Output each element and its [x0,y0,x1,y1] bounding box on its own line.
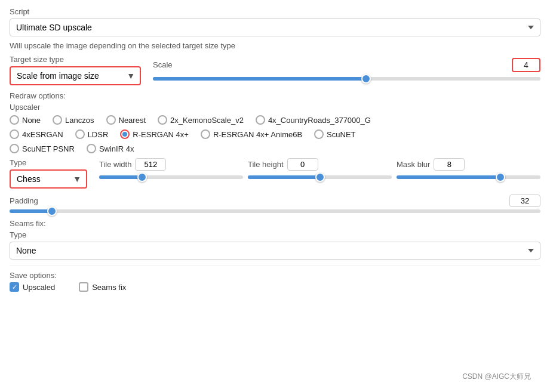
seams-fix-checkbox-box [79,282,88,292]
tile-width-input[interactable] [135,158,166,171]
radio-lanczos-circle [53,115,62,125]
radio-scunet-psnr-circle [10,144,19,153]
upscaler-scunet[interactable]: ScuNET [314,129,355,139]
tile-height-slider-fill [248,175,320,179]
radio-scunet-label: ScuNET [327,130,355,139]
scale-label: Scale [153,60,173,69]
target-size-select[interactable]: Scale from image size [10,66,141,85]
upscaler-none[interactable]: None [10,115,41,125]
mask-blur-header: Mask blur [397,158,540,171]
upscaler-ldsr[interactable]: LDSR [75,129,109,139]
tile-height-slider-thumb[interactable] [315,172,325,182]
mask-blur-input[interactable] [434,158,465,171]
mask-blur-slider-fill [397,175,500,179]
upscaled-checkbox-label: Upscaled [23,283,55,292]
upscaled-checkbox-item[interactable]: ✓ Upscaled [10,282,55,292]
radio-ldsr-circle [75,129,85,139]
padding-slider-fill [10,209,52,213]
upscaler-kemono[interactable]: 2x_KemonoScale_v2 [158,115,244,125]
padding-label: Padding [10,196,38,205]
upscaler-lanczos[interactable]: Lanczos [53,115,94,125]
radio-swinir-label: SwinIR 4x [99,144,134,153]
upscaler-radio-group-3: ScuNET PSNR SwinIR 4x [10,144,540,153]
seams-fix-label: Seams fix: [10,219,540,228]
tile-mask-col: Tile width Tile height Mask blur [99,158,540,181]
controls-row: Type Chess ▼ Tile width Tile height [10,158,540,189]
radio-resrgan4x-anime-circle [201,129,210,139]
radio-none-circle [10,115,19,125]
tile-height-input[interactable] [287,158,318,171]
watermark: CSDN @AIGC大师兄 [462,372,531,382]
type-select[interactable]: Chess [10,169,87,189]
redraw-label: Redraw options: [10,91,540,100]
upscaler-radio-group-2: 4xESRGAN LDSR R-ESRGAN 4x+ R-ESRGAN 4x+ … [10,129,540,139]
tile-width-label: Tile width [99,160,131,169]
save-options-label: Save options: [10,271,540,280]
upscaler-resrgan4x[interactable]: R-ESRGAN 4x+ [120,129,189,139]
radio-kemono-label: 2x_KemonoScale_v2 [170,116,244,125]
radio-none-label: None [22,116,41,125]
seams-fix-checkbox-label: Seams fix [92,283,126,292]
padding-header: Padding [10,195,540,207]
radio-country-circle [256,115,265,125]
padding-slider-thumb[interactable] [47,206,57,216]
radio-kemono-circle [158,115,167,125]
scale-slider-track[interactable] [153,77,540,81]
tile-width-slider-track[interactable] [99,175,243,179]
radio-swinir-circle [87,144,96,153]
padding-input[interactable] [509,195,540,207]
scale-slider-fill [153,77,366,81]
padding-slider-track[interactable] [10,209,540,213]
radio-scunet-psnr-label: ScuNET PSNR [22,144,75,153]
radio-resrgan4x-circle [120,129,130,139]
tile-height-label: Tile height [248,160,284,169]
tile-labels-row: Tile width Tile height Mask blur [99,158,540,171]
radio-ldsr-label: LDSR [88,130,109,139]
padding-row: Padding [10,195,540,213]
scale-header-row: Scale 4 [153,58,540,72]
radio-esrgan-circle [10,129,19,139]
mask-blur-slider-thumb[interactable] [496,172,505,182]
radio-esrgan-label: 4xESRGAN [22,130,63,139]
mask-blur-label: Mask blur [397,160,430,169]
upscaler-nearest[interactable]: Nearest [106,115,146,125]
mask-blur-slider-track[interactable] [397,175,540,179]
tile-width-header: Tile width [99,158,243,171]
tile-height-slider-track[interactable] [248,175,392,179]
scale-slider-thumb[interactable] [361,74,371,84]
upscaled-checkmark: ✓ [12,284,17,291]
scale-col: Scale 4 [153,58,540,83]
radio-resrgan4x-anime-label: R-ESRGAN 4x+ Anime6B [213,130,302,139]
tile-width-slider-fill [99,175,142,179]
seams-fix-type-label: Type [10,230,540,239]
upscaled-checkbox-box: ✓ [10,282,19,292]
script-label: Script [10,7,540,16]
description-text: Will upscale the image depending on the … [10,41,540,50]
radio-country-label: 4x_CountryRoads_377000_G [268,116,371,125]
radio-nearest-circle [106,115,116,125]
upscaler-esrgan[interactable]: 4xESRGAN [10,129,63,139]
tile-width-slider-thumb[interactable] [137,172,147,182]
script-section: Script Ultimate SD upscale [10,7,540,36]
save-options-section: Save options: ✓ Upscaled Seams fix [10,271,540,292]
upscaler-label: Upscaler [10,103,540,112]
upscaler-radio-group: None Lanczos Nearest 2x_KemonoScale_v2 4… [10,115,540,125]
target-size-row: Target size type Scale from image size ▼… [10,55,540,85]
radio-lanczos-label: Lanczos [65,116,94,125]
upscaler-swinir[interactable]: SwinIR 4x [87,144,134,153]
upscaler-scunet-psnr[interactable]: ScuNET PSNR [10,144,75,153]
upscaler-country[interactable]: 4x_CountryRoads_377000_G [256,115,371,125]
target-size-dropdown-wrap: Scale from image size ▼ [10,66,141,85]
seams-fix-checkbox-item[interactable]: Seams fix [79,282,126,292]
radio-resrgan4x-label: R-ESRGAN 4x+ [133,130,189,139]
scale-value-box[interactable]: 4 [512,58,540,72]
type-col: Type Chess ▼ [10,158,87,189]
seams-fix-type-select[interactable]: None [10,242,540,260]
script-select[interactable]: Ultimate SD upscale [10,18,540,36]
target-size-label: Target size type [10,55,141,64]
save-options-row: ✓ Upscaled Seams fix [10,282,540,292]
upscaler-resrgan4x-anime[interactable]: R-ESRGAN 4x+ Anime6B [201,129,302,139]
seams-fix-section: Seams fix: Type None [10,219,540,260]
divider [10,266,540,266]
tile-sliders-row [99,173,540,181]
